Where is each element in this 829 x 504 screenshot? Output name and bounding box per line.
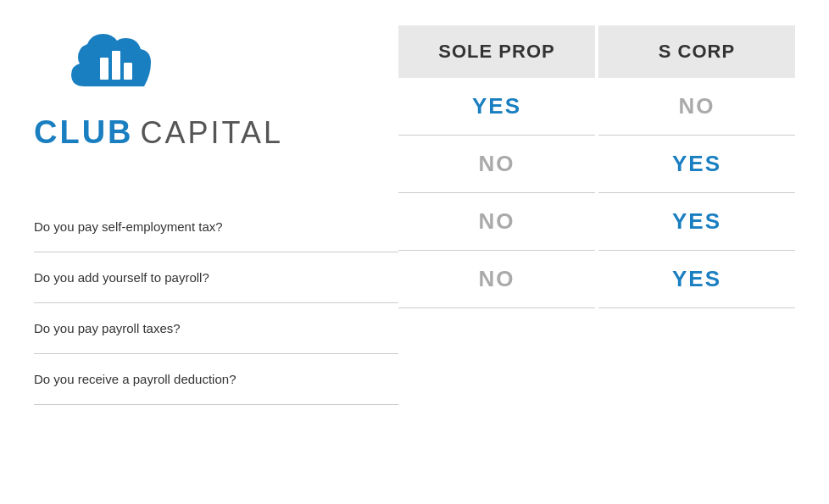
sole-prop-answer: NO [398,251,595,308]
answer-yes: YES [672,266,721,292]
answer-no: NO [679,93,715,119]
page-container: CLUB CAPITAL Do you pay self-employment … [0,0,829,504]
question-text: Do you pay self-employment tax? [34,219,223,234]
question-row: Do you receive a payroll deduction? [34,354,398,405]
question-row: Do you pay payroll taxes? [34,303,398,354]
question-row: Do you pay self-employment tax? [34,202,398,252]
sole-prop-header: SOLE PROP [398,25,595,78]
s-corp-answer: YES [598,193,795,251]
s-corp-answer: NO [598,78,795,136]
club-capital-logo-icon [59,25,170,110]
question-text: Do you pay payroll taxes? [34,321,181,335]
answer-no: NO [479,266,515,292]
svg-rect-0 [100,58,108,80]
s-corp-answer: YES [598,251,795,308]
question-text: Do you receive a payroll deduction? [34,372,236,386]
logo-container: CLUB CAPITAL [34,25,398,151]
svg-rect-2 [124,63,132,80]
answers-section: YESNONONO NOYESYESYES [398,78,795,308]
questions-table: Do you pay self-employment tax?Do you ad… [34,202,398,405]
logo-capital: CAPITAL [141,115,283,151]
answer-no: NO [479,151,515,177]
sole-prop-col: YESNONONO [398,78,595,308]
answer-yes: YES [672,151,721,177]
answer-no: NO [479,208,515,235]
answer-yes: YES [672,208,721,235]
s-corp-header: S CORP [598,25,795,78]
svg-rect-1 [112,51,120,80]
question-row: Do you add yourself to payroll? [34,252,398,303]
header-row: SOLE PROP S CORP [398,25,795,78]
sole-prop-answer: NO [398,193,595,251]
s-corp-answer: YES [598,136,795,193]
logo-text: CLUB CAPITAL [34,114,283,151]
sole-prop-answer: NO [398,136,595,193]
left-panel: CLUB CAPITAL Do you pay self-employment … [34,25,398,405]
s-corp-col: NOYESYESYES [598,78,795,308]
logo-club: CLUB [34,114,134,151]
question-text: Do you add yourself to payroll? [34,270,209,285]
right-panel: SOLE PROP S CORP YESNONONO NOYESYESYES [398,25,795,308]
answer-yes: YES [472,93,521,119]
sole-prop-answer: YES [398,78,595,136]
